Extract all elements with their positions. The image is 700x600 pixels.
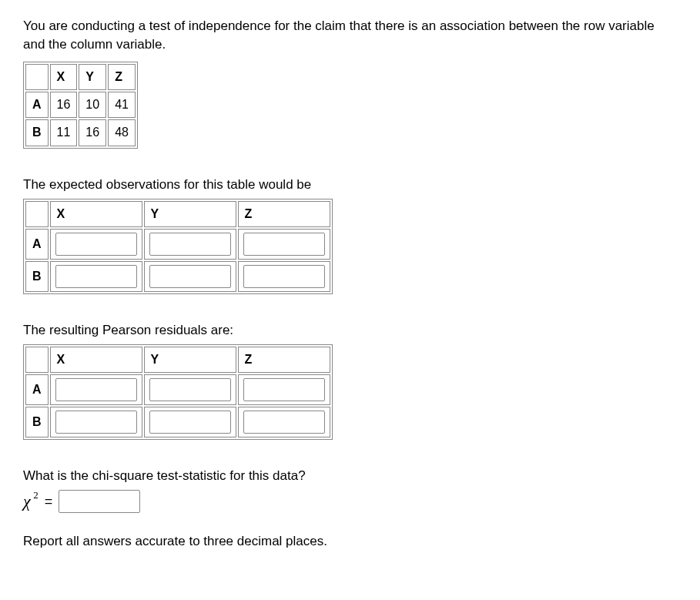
- cell-b-x: 11: [50, 119, 78, 146]
- chi-symbol: χ2: [23, 490, 39, 514]
- expected-a-x-input[interactable]: [55, 233, 137, 256]
- expected-b-x-input[interactable]: [55, 265, 137, 288]
- col-header-z: Z: [238, 201, 330, 227]
- cell-a-z: 41: [108, 92, 136, 118]
- residual-b-y-input[interactable]: [149, 411, 231, 434]
- col-header-y: Y: [144, 201, 236, 227]
- chisq-input[interactable]: [59, 490, 140, 513]
- footer-note: Report all answers accurate to three dec…: [23, 532, 677, 551]
- chi-superscript: 2: [33, 488, 39, 502]
- expected-table: X Y Z A B: [23, 199, 333, 294]
- cell-b-y: 16: [79, 119, 106, 146]
- observed-table: X Y Z A 16 10 41 B 11 16 48: [23, 62, 138, 149]
- row-header-a: A: [25, 229, 49, 260]
- row-header-a: A: [25, 92, 49, 118]
- col-header-y: Y: [144, 347, 236, 373]
- col-header-x: X: [50, 64, 78, 90]
- col-header-x: X: [50, 347, 142, 373]
- equals-sign: =: [45, 492, 53, 511]
- residuals-label: The resulting Pearson residuals are:: [23, 321, 677, 340]
- col-header-x: X: [50, 201, 142, 227]
- corner-cell: [25, 201, 49, 227]
- col-header-z: Z: [238, 347, 330, 373]
- cell-b-z: 48: [108, 119, 136, 146]
- expected-a-z-input[interactable]: [243, 233, 325, 256]
- col-header-y: Y: [79, 64, 106, 90]
- row-header-b: B: [25, 407, 49, 437]
- row-header-b: B: [25, 261, 49, 292]
- table-row: B 11 16 48: [25, 119, 136, 146]
- table-row: B: [25, 261, 330, 292]
- table-row: A: [25, 374, 330, 405]
- chisq-row: χ2 =: [23, 490, 677, 514]
- table-row: B: [25, 407, 330, 437]
- row-header-b: B: [25, 119, 49, 146]
- table-row: A 16 10 41: [25, 92, 136, 118]
- chi-letter: χ: [23, 491, 31, 511]
- expected-b-y-input[interactable]: [149, 265, 231, 288]
- cell-a-x: 16: [50, 92, 78, 118]
- residual-b-z-input[interactable]: [243, 411, 325, 434]
- row-header-a: A: [25, 374, 49, 405]
- chisq-question: What is the chi-square test-statistic fo…: [23, 467, 677, 485]
- residual-a-x-input[interactable]: [55, 378, 137, 401]
- expected-label: The expected observations for this table…: [23, 176, 677, 194]
- residuals-table: X Y Z A B: [23, 344, 333, 440]
- table-row: A: [25, 229, 330, 260]
- cell-a-y: 10: [79, 92, 106, 118]
- corner-cell: [25, 64, 49, 90]
- expected-b-z-input[interactable]: [243, 265, 325, 288]
- expected-a-y-input[interactable]: [149, 233, 231, 256]
- residual-a-y-input[interactable]: [149, 378, 231, 401]
- residual-b-x-input[interactable]: [55, 411, 137, 434]
- residual-a-z-input[interactable]: [243, 378, 325, 401]
- corner-cell: [25, 347, 49, 373]
- col-header-z: Z: [108, 64, 136, 90]
- intro-text: You are conducting a test of independenc…: [23, 17, 677, 54]
